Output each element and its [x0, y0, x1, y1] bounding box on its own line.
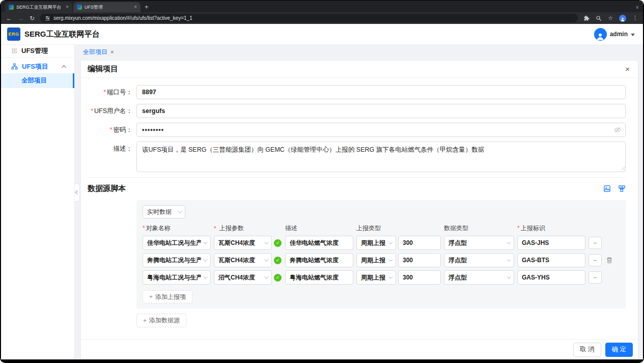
- param-select-value: 沼气CH4浓度: [218, 273, 262, 282]
- chevron-down-icon: [203, 274, 207, 278]
- identifier-input[interactable]: [517, 253, 585, 267]
- data-type-select[interactable]: 浮点型: [444, 270, 514, 285]
- url-bar[interactable]: serg.mixyun.com/mixapplication/#/ufs/ufs…: [40, 14, 578, 22]
- data-type-select[interactable]: 浮点型: [444, 236, 514, 250]
- mode-select-value: 实时数据: [147, 208, 176, 216]
- username-field-row: UFS用户名: [88, 104, 626, 118]
- user-avatar[interactable]: [594, 28, 607, 41]
- col-report-type-header: 上报类型: [356, 224, 441, 233]
- chevron-down-icon: [264, 240, 268, 244]
- url-text: serg.mixyun.com/mixapplication/#/ufs/ufs…: [53, 15, 192, 21]
- username-label: UFS用户名: [88, 107, 132, 116]
- page-tab-close-icon[interactable]: ×: [110, 49, 114, 55]
- port-field-row: 端口号: [88, 85, 626, 99]
- topology-icon: [618, 185, 626, 192]
- data-type-value: 浮点型: [449, 256, 505, 265]
- trash-icon: [606, 257, 613, 264]
- chevron-down-icon: [388, 257, 393, 261]
- cancel-button[interactable]: 取 消: [573, 343, 601, 357]
- page-tab-label: 全部项目: [83, 48, 107, 57]
- bookmark-star-icon[interactable]: ☆: [608, 15, 613, 21]
- reload-button[interactable]: ↻: [30, 15, 35, 21]
- tab-serg-platform[interactable]: SERG工业互联网平台 ×: [5, 2, 72, 12]
- sidebar: UFS管理 UFS项目 全部项目: [1, 45, 75, 359]
- object-select[interactable]: 奔腾电站工况与生产: [143, 253, 211, 267]
- report-type-select[interactable]: 周期上报: [356, 236, 396, 250]
- search-icon[interactable]: [596, 15, 602, 21]
- datasource-mode-select[interactable]: 实时数据: [143, 205, 185, 218]
- add-datasource-button[interactable]: + 添加数据源: [136, 314, 186, 327]
- data-type-select[interactable]: 浮点型: [444, 253, 514, 267]
- image-icon: [603, 185, 611, 192]
- report-type-select[interactable]: 周期上报: [356, 253, 396, 267]
- param-select-value: 瓦斯CH4浓度: [218, 256, 262, 265]
- identifier-input[interactable]: [517, 236, 585, 250]
- delete-datasource-button[interactable]: [606, 257, 613, 264]
- chevron-down-icon: [507, 257, 511, 261]
- minus-icon: −: [593, 274, 597, 282]
- app-header: ERG SERG工业互联网平台 admin: [1, 24, 643, 45]
- collapse-sidebar-handle[interactable]: [75, 183, 80, 202]
- remove-item-button[interactable]: −: [589, 271, 602, 284]
- tab-search-chevron-icon[interactable]: ∨: [635, 5, 639, 12]
- sidebar-app-title[interactable]: UFS管理: [1, 45, 74, 58]
- port-input[interactable]: [136, 85, 626, 99]
- object-select-value: 佳华电站工况与生产: [147, 239, 201, 247]
- add-report-item-button[interactable]: + 添加上报项: [143, 290, 192, 303]
- item-desc-input[interactable]: [285, 270, 353, 285]
- remove-item-button[interactable]: −: [589, 254, 602, 266]
- topology-view-button[interactable]: [618, 185, 626, 192]
- user-name: admin: [610, 31, 628, 38]
- chevron-down-icon: [203, 257, 207, 261]
- app-logo: ERG: [7, 27, 20, 41]
- extensions-icon[interactable]: [583, 15, 590, 21]
- script-preview-button[interactable]: [603, 185, 611, 192]
- chevron-down-icon: [631, 34, 635, 36]
- period-input[interactable]: [398, 270, 441, 285]
- ufs-username-input[interactable]: [136, 104, 626, 118]
- chevron-down-icon: [507, 274, 511, 278]
- drawer-close-icon[interactable]: ×: [625, 65, 630, 73]
- browser-window: SERG工业互联网平台 × UFS管理 × + ∨ ← → ↻ serg.mix…: [0, 0, 644, 363]
- drawer-title: 编辑项目: [88, 64, 118, 74]
- remove-item-button[interactable]: −: [589, 237, 602, 249]
- sidebar-item-all-projects[interactable]: 全部项目: [1, 73, 74, 88]
- chevron-down-icon: [203, 240, 207, 244]
- new-tab-button[interactable]: +: [145, 3, 149, 12]
- param-select[interactable]: 瓦斯CH4浓度: [214, 253, 272, 267]
- period-input[interactable]: [398, 253, 441, 267]
- param-select[interactable]: 瓦斯CH4浓度: [214, 236, 272, 250]
- datasource-section-title: 数据源脚本: [88, 184, 126, 193]
- period-input[interactable]: [398, 236, 441, 250]
- toggle-password-visibility-button[interactable]: [614, 126, 621, 133]
- user-menu[interactable]: admin: [594, 28, 635, 41]
- port-label: 端口号: [88, 88, 132, 97]
- tab-close-icon[interactable]: ×: [134, 5, 137, 10]
- browser-menu-icon[interactable]: ⋮: [632, 15, 638, 21]
- col-identifier-header: 上报标识: [517, 224, 585, 233]
- person-icon: [596, 32, 605, 41]
- object-select[interactable]: 佳华电站工况与生产: [143, 236, 211, 250]
- description-textarea[interactable]: 该UFS项目，是 SERG（三普能源集团）向 GEMC（绿能管理中心）上报的 S…: [136, 142, 626, 172]
- report-type-select[interactable]: 周期上报: [356, 270, 396, 285]
- back-button[interactable]: ←: [6, 15, 12, 21]
- password-input[interactable]: [136, 123, 626, 137]
- tab-ufs-admin[interactable]: UFS管理 ×: [73, 2, 141, 12]
- profile-avatar[interactable]: [619, 15, 626, 22]
- identifier-input[interactable]: [517, 270, 585, 285]
- item-desc-input[interactable]: [285, 253, 353, 267]
- minus-icon: −: [593, 239, 597, 247]
- minus-icon: −: [593, 257, 597, 264]
- item-desc-input[interactable]: [285, 236, 353, 250]
- forward-button[interactable]: →: [18, 15, 24, 21]
- sidebar-group-ufs-projects[interactable]: UFS项目: [1, 60, 74, 73]
- param-select[interactable]: 沼气CH4浓度: [214, 270, 272, 285]
- object-select[interactable]: 粤海电站工况与生产: [143, 270, 211, 285]
- site-info-icon[interactable]: [45, 15, 50, 21]
- confirm-button[interactable]: 确 定: [605, 343, 633, 357]
- page-tab-all-projects[interactable]: 全部项目 ×: [83, 48, 114, 57]
- chevron-down-icon: [388, 274, 393, 278]
- drawer-header: 编辑项目 ×: [81, 61, 638, 78]
- object-select-value: 奔腾电站工况与生产: [147, 256, 201, 265]
- tab-close-icon[interactable]: ×: [66, 5, 69, 10]
